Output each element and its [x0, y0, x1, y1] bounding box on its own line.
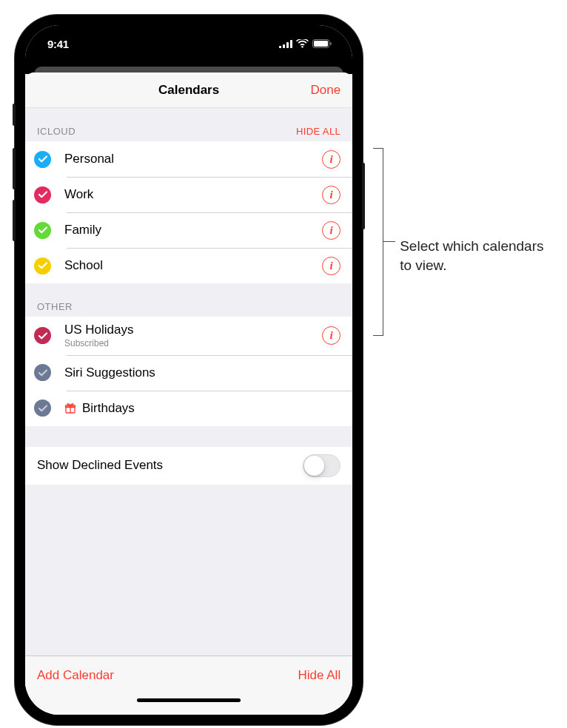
- svg-rect-0: [279, 46, 281, 48]
- checkmark-icon: [34, 222, 51, 239]
- info-icon[interactable]: i: [322, 326, 340, 345]
- calendar-name: School: [64, 258, 316, 273]
- notch: [115, 25, 263, 46]
- sheet-header: Calendars Done: [25, 73, 352, 108]
- volume-up-button: [13, 148, 16, 189]
- calendar-row-personal[interactable]: Personal i: [25, 141, 352, 177]
- section-header-icloud: ICLOUD HIDE ALL: [25, 108, 352, 141]
- show-declined-label: Show Declined Events: [37, 458, 163, 473]
- battery-icon: [312, 38, 332, 50]
- wifi-icon: [296, 38, 309, 50]
- calendar-row-siri-suggestions[interactable]: Siri Suggestions: [25, 355, 352, 391]
- checkmark-icon: [34, 186, 51, 203]
- callout-bracket: [373, 148, 383, 336]
- other-group: US Holidays Subscribed i Siri Suggestion…: [25, 317, 352, 426]
- calendar-name: Birthdays: [82, 401, 135, 416]
- calendar-name: Siri Suggestions: [64, 365, 335, 380]
- calendar-row-birthdays[interactable]: Birthdays: [25, 391, 352, 426]
- svg-rect-2: [286, 42, 289, 48]
- checkmark-icon: [34, 400, 51, 417]
- show-declined-toggle[interactable]: [303, 454, 340, 477]
- section-label-other: OTHER: [37, 301, 73, 312]
- calendar-name: Personal: [64, 152, 316, 166]
- hide-all-icloud-button[interactable]: HIDE ALL: [296, 126, 340, 137]
- calendar-name: US Holidays: [64, 323, 316, 337]
- icloud-group: Personal i Work i Family: [25, 141, 352, 283]
- sheet-title: Calendars: [158, 83, 219, 98]
- calendar-name: Family: [64, 223, 316, 237]
- info-icon[interactable]: i: [322, 221, 340, 240]
- done-button[interactable]: Done: [311, 83, 341, 98]
- callout-leader-line: [383, 241, 395, 242]
- calendar-row-us-holidays[interactable]: US Holidays Subscribed i: [25, 317, 352, 355]
- gift-icon: [64, 402, 76, 414]
- section-header-other: OTHER: [25, 283, 352, 317]
- scroll-area[interactable]: ICLOUD HIDE ALL Personal i: [25, 108, 352, 655]
- mute-switch: [13, 104, 16, 126]
- calendars-sheet: Calendars Done ICLOUD HIDE ALL Personal …: [25, 73, 352, 715]
- svg-rect-3: [290, 40, 292, 48]
- bottom-toolbar: Add Calendar Hide All: [25, 655, 352, 694]
- calendar-row-school[interactable]: School i: [25, 248, 352, 283]
- home-indicator-area: [25, 694, 352, 715]
- screen: 9:41 Calendars Done: [25, 25, 352, 715]
- info-icon[interactable]: i: [322, 186, 340, 204]
- show-declined-row[interactable]: Show Declined Events: [25, 447, 352, 485]
- callout-annotation: Select which calendars to view.: [378, 15, 552, 274]
- section-label-icloud: ICLOUD: [37, 126, 76, 137]
- checkmark-icon: [34, 257, 51, 274]
- home-indicator[interactable]: [137, 698, 241, 702]
- calendar-row-family[interactable]: Family i: [25, 212, 352, 248]
- info-icon[interactable]: i: [322, 257, 340, 275]
- volume-down-button: [13, 200, 16, 241]
- checkmark-icon: [34, 364, 51, 381]
- power-button: [362, 163, 365, 229]
- status-icons: [279, 33, 332, 50]
- info-icon[interactable]: i: [322, 150, 340, 169]
- calendar-subtitle: Subscribed: [64, 338, 316, 348]
- phone-frame: 9:41 Calendars Done: [15, 15, 363, 725]
- checkmark-icon: [34, 327, 51, 344]
- card-backdrop: [25, 58, 352, 74]
- add-calendar-button[interactable]: Add Calendar: [37, 668, 114, 683]
- svg-rect-1: [283, 44, 285, 48]
- callout-text: Select which calendars to view.: [400, 237, 552, 274]
- hide-all-button[interactable]: Hide All: [298, 668, 341, 683]
- checkmark-icon: [34, 151, 51, 168]
- cellular-icon: [279, 38, 292, 50]
- calendar-row-work[interactable]: Work i: [25, 177, 352, 212]
- svg-rect-5: [314, 41, 328, 47]
- calendar-name: Work: [64, 187, 316, 202]
- svg-rect-6: [330, 41, 332, 44]
- status-time: 9:41: [47, 33, 69, 50]
